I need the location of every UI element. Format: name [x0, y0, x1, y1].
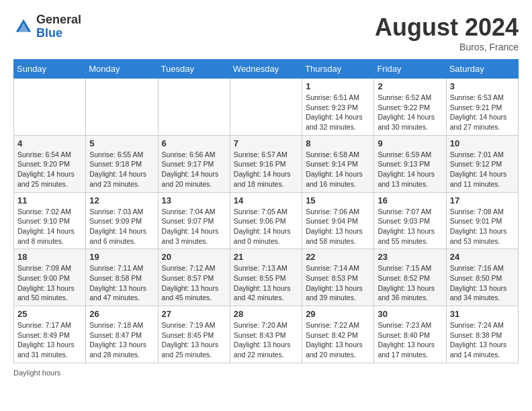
weekday-header-saturday: Saturday — [446, 60, 518, 79]
calendar-cell: 23Sunrise: 7:15 AMSunset: 8:52 PMDayligh… — [374, 249, 446, 306]
calendar-cell: 16Sunrise: 7:07 AMSunset: 9:03 PMDayligh… — [374, 192, 446, 249]
day-info: Sunrise: 7:03 AMSunset: 9:09 PMDaylight:… — [89, 207, 154, 246]
logo-icon — [13, 17, 34, 37]
calendar-week-row: 18Sunrise: 7:09 AMSunset: 9:00 PMDayligh… — [14, 249, 519, 306]
calendar-cell: 4Sunrise: 6:54 AMSunset: 9:20 PMDaylight… — [14, 135, 86, 192]
calendar-cell: 2Sunrise: 6:52 AMSunset: 9:22 PMDaylight… — [374, 79, 446, 136]
header: General Blue August 2024 Buros, France — [13, 13, 519, 52]
day-info: Sunrise: 7:22 AMSunset: 8:42 PMDaylight:… — [306, 320, 370, 360]
calendar-cell: 13Sunrise: 7:04 AMSunset: 9:07 PMDayligh… — [158, 192, 230, 249]
day-number: 5 — [89, 138, 154, 148]
calendar-cell: 1Sunrise: 6:51 AMSunset: 9:23 PMDaylight… — [302, 79, 374, 136]
calendar-cell: 21Sunrise: 7:13 AMSunset: 8:55 PMDayligh… — [230, 249, 302, 306]
day-number: 9 — [378, 138, 442, 148]
day-number: 2 — [378, 81, 442, 91]
day-number: 25 — [17, 309, 82, 319]
day-number: 1 — [306, 81, 370, 91]
calendar-cell: 30Sunrise: 7:23 AMSunset: 8:40 PMDayligh… — [374, 306, 446, 363]
calendar-cell: 7Sunrise: 6:57 AMSunset: 9:16 PMDaylight… — [230, 135, 302, 192]
day-info: Sunrise: 7:12 AMSunset: 8:57 PMDaylight:… — [162, 263, 226, 303]
day-number: 22 — [306, 252, 370, 262]
weekday-header-row: SundayMondayTuesdayWednesdayThursdayFrid… — [14, 60, 519, 79]
calendar-cell — [158, 79, 230, 136]
day-info: Sunrise: 7:13 AMSunset: 8:55 PMDaylight:… — [234, 263, 298, 303]
day-info: Sunrise: 7:05 AMSunset: 9:06 PMDaylight:… — [234, 207, 298, 246]
calendar-cell — [86, 79, 158, 136]
day-number: 30 — [378, 309, 442, 319]
day-info: Sunrise: 7:16 AMSunset: 8:50 PMDaylight:… — [450, 263, 515, 303]
weekday-header-thursday: Thursday — [302, 60, 374, 79]
day-number: 15 — [306, 195, 370, 205]
day-number: 8 — [306, 138, 370, 148]
day-number: 17 — [450, 195, 515, 205]
day-info: Sunrise: 7:23 AMSunset: 8:40 PMDaylight:… — [378, 320, 442, 360]
calendar-cell: 25Sunrise: 7:17 AMSunset: 8:49 PMDayligh… — [14, 306, 86, 363]
calendar-cell: 8Sunrise: 6:58 AMSunset: 9:14 PMDaylight… — [302, 135, 374, 192]
day-number: 7 — [234, 138, 298, 148]
calendar-cell: 28Sunrise: 7:20 AMSunset: 8:43 PMDayligh… — [230, 306, 302, 363]
calendar-cell: 24Sunrise: 7:16 AMSunset: 8:50 PMDayligh… — [446, 249, 518, 306]
calendar-cell: 10Sunrise: 7:01 AMSunset: 9:12 PMDayligh… — [446, 135, 518, 192]
calendar-cell: 5Sunrise: 6:55 AMSunset: 9:18 PMDaylight… — [86, 135, 158, 192]
day-info: Sunrise: 6:51 AMSunset: 9:23 PMDaylight:… — [306, 93, 370, 132]
day-info: Sunrise: 6:58 AMSunset: 9:14 PMDaylight:… — [306, 150, 370, 189]
day-info: Sunrise: 7:20 AMSunset: 8:43 PMDaylight:… — [234, 320, 298, 360]
calendar-cell: 29Sunrise: 7:22 AMSunset: 8:42 PMDayligh… — [302, 306, 374, 363]
day-number: 13 — [162, 195, 226, 205]
day-info: Sunrise: 7:01 AMSunset: 9:12 PMDaylight:… — [450, 150, 515, 189]
day-info: Sunrise: 7:14 AMSunset: 8:53 PMDaylight:… — [306, 263, 370, 303]
calendar-cell: 20Sunrise: 7:12 AMSunset: 8:57 PMDayligh… — [158, 249, 230, 306]
day-number: 28 — [234, 309, 298, 319]
month-year: August 2024 — [375, 13, 519, 42]
day-info: Sunrise: 6:55 AMSunset: 9:18 PMDaylight:… — [89, 150, 154, 189]
day-number: 11 — [17, 195, 82, 205]
calendar-cell: 9Sunrise: 6:59 AMSunset: 9:13 PMDaylight… — [374, 135, 446, 192]
weekday-header-sunday: Sunday — [14, 60, 86, 79]
day-info: Sunrise: 6:59 AMSunset: 9:13 PMDaylight:… — [378, 150, 442, 189]
calendar-cell — [230, 79, 302, 136]
day-info: Sunrise: 6:52 AMSunset: 9:22 PMDaylight:… — [378, 93, 442, 132]
day-number: 26 — [89, 309, 154, 319]
day-info: Sunrise: 6:57 AMSunset: 9:16 PMDaylight:… — [234, 150, 298, 189]
day-number: 14 — [234, 195, 298, 205]
location: Buros, France — [375, 42, 519, 52]
day-info: Sunrise: 7:09 AMSunset: 9:00 PMDaylight:… — [17, 263, 82, 303]
calendar-cell: 6Sunrise: 6:56 AMSunset: 9:17 PMDaylight… — [158, 135, 230, 192]
day-info: Sunrise: 7:07 AMSunset: 9:03 PMDaylight:… — [378, 207, 442, 246]
calendar-cell: 11Sunrise: 7:02 AMSunset: 9:10 PMDayligh… — [14, 192, 86, 249]
title-area: August 2024 Buros, France — [375, 13, 519, 52]
day-info: Sunrise: 7:06 AMSunset: 9:04 PMDaylight:… — [306, 207, 370, 246]
day-info: Sunrise: 7:15 AMSunset: 8:52 PMDaylight:… — [378, 263, 442, 303]
day-number: 10 — [450, 138, 515, 148]
calendar-cell: 17Sunrise: 7:08 AMSunset: 9:01 PMDayligh… — [446, 192, 518, 249]
calendar-cell: 27Sunrise: 7:19 AMSunset: 8:45 PMDayligh… — [158, 306, 230, 363]
calendar-week-row: 25Sunrise: 7:17 AMSunset: 8:49 PMDayligh… — [14, 306, 519, 363]
day-number: 27 — [162, 309, 226, 319]
day-number: 20 — [162, 252, 226, 262]
day-number: 16 — [378, 195, 442, 205]
calendar-week-row: 11Sunrise: 7:02 AMSunset: 9:10 PMDayligh… — [14, 192, 519, 249]
logo: General Blue — [13, 13, 81, 40]
calendar-week-row: 1Sunrise: 6:51 AMSunset: 9:23 PMDaylight… — [14, 79, 519, 136]
day-info: Sunrise: 6:53 AMSunset: 9:21 PMDaylight:… — [450, 93, 515, 132]
calendar-cell: 14Sunrise: 7:05 AMSunset: 9:06 PMDayligh… — [230, 192, 302, 249]
day-number: 18 — [17, 252, 82, 262]
footer-note: Daylight hours — [13, 369, 519, 377]
day-info: Sunrise: 7:19 AMSunset: 8:45 PMDaylight:… — [162, 320, 226, 360]
calendar-cell: 19Sunrise: 7:11 AMSunset: 8:58 PMDayligh… — [86, 249, 158, 306]
calendar-cell: 26Sunrise: 7:18 AMSunset: 8:47 PMDayligh… — [86, 306, 158, 363]
weekday-header-friday: Friday — [374, 60, 446, 79]
day-number: 4 — [17, 138, 82, 148]
day-info: Sunrise: 6:56 AMSunset: 9:17 PMDaylight:… — [162, 150, 226, 189]
calendar-cell: 31Sunrise: 7:24 AMSunset: 8:38 PMDayligh… — [446, 306, 518, 363]
calendar: SundayMondayTuesdayWednesdayThursdayFrid… — [13, 59, 519, 363]
day-number: 23 — [378, 252, 442, 262]
day-number: 31 — [450, 309, 515, 319]
day-info: Sunrise: 7:08 AMSunset: 9:01 PMDaylight:… — [450, 207, 515, 246]
calendar-cell — [14, 79, 86, 136]
weekday-header-monday: Monday — [86, 60, 158, 79]
day-info: Sunrise: 7:24 AMSunset: 8:38 PMDaylight:… — [450, 320, 515, 360]
calendar-cell: 12Sunrise: 7:03 AMSunset: 9:09 PMDayligh… — [86, 192, 158, 249]
day-number: 6 — [162, 138, 226, 148]
weekday-header-tuesday: Tuesday — [158, 60, 230, 79]
